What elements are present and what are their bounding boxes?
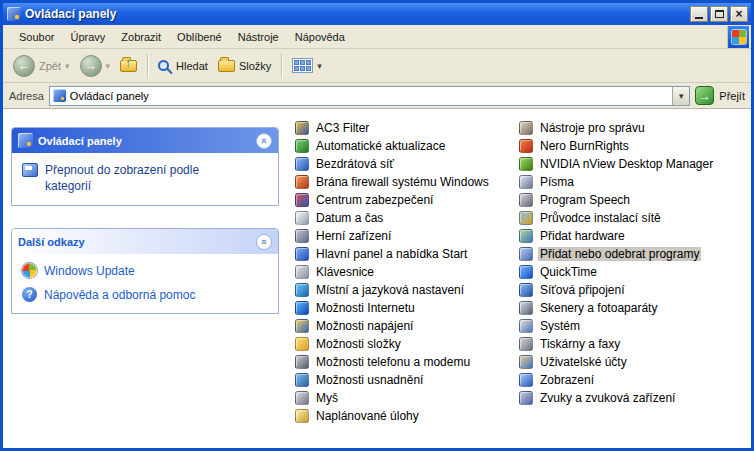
control-panel-item[interactable]: Skenery a fotoaparáty: [519, 299, 715, 317]
title-bar[interactable]: Ovládací panely ×: [3, 3, 751, 25]
back-button[interactable]: ← Zpět ▾: [9, 53, 74, 79]
forward-dropdown-icon[interactable]: ▾: [106, 61, 111, 71]
control-panel-item[interactable]: Bezdrátová síť: [295, 155, 491, 173]
go-label[interactable]: Přejít: [719, 90, 745, 102]
control-panel-item[interactable]: Nero BurnRights: [519, 137, 715, 155]
control-panel-item[interactable]: Možnosti složky: [295, 335, 491, 353]
keyboard-icon: [295, 265, 309, 279]
back-dropdown-icon[interactable]: ▾: [65, 61, 70, 71]
control-panel-item[interactable]: Herní zařízení: [295, 227, 491, 245]
menu-favorites[interactable]: Oblíbené: [169, 28, 230, 46]
forward-button[interactable]: → ▾: [76, 53, 115, 79]
control-panel-item[interactable]: Datum a čas: [295, 209, 491, 227]
views-dropdown-icon[interactable]: ▾: [317, 61, 322, 71]
search-button[interactable]: Hledat: [154, 58, 212, 74]
back-arrow-icon: ←: [13, 55, 35, 77]
address-label: Adresa: [9, 90, 44, 102]
control-panel-item-label: Místní a jazyková nastavení: [314, 283, 466, 297]
control-panel-item[interactable]: Možnosti usnadnění: [295, 371, 491, 389]
control-panel-item[interactable]: Zvuky a zvuková zařízení: [519, 389, 715, 407]
minimize-button[interactable]: [690, 6, 708, 22]
control-panel-item[interactable]: Myš: [295, 389, 491, 407]
control-panel-item[interactable]: Brána firewall systému Windows: [295, 173, 491, 191]
control-panel-item[interactable]: Přidat hardware: [519, 227, 715, 245]
control-panel-item[interactable]: Naplánované úlohy: [295, 407, 491, 425]
control-panel-item-label: Přidat nebo odebrat programy: [538, 247, 701, 261]
regional-language-icon: [295, 283, 309, 297]
ac3-filter-icon: [295, 121, 309, 135]
window-buttons: ×: [690, 6, 748, 22]
switch-view-icon: [22, 163, 38, 177]
control-panel-item[interactable]: Možnosti telefonu a modemu: [295, 353, 491, 371]
control-panel-item-label: Zobrazení: [538, 373, 596, 387]
control-panel-item[interactable]: NVIDIA nView Desktop Manager: [519, 155, 715, 173]
control-panel-pane-body: Přepnout do zobrazení podle kategorií: [12, 153, 278, 205]
views-button[interactable]: ▾: [288, 56, 326, 75]
control-panel-item-label: Herní zařízení: [314, 229, 393, 243]
control-panel-item-label: Datum a čas: [314, 211, 385, 225]
toolbar-separator: [147, 54, 148, 78]
system-icon: [519, 319, 533, 333]
menu-help[interactable]: Nápověda: [287, 28, 353, 46]
control-panel-item[interactable]: Klávesnice: [295, 263, 491, 281]
nero-burnrights-icon: [519, 139, 533, 153]
control-panel-item[interactable]: QuickTime: [519, 263, 715, 281]
control-panel-item[interactable]: Hlavní panel a nabídka Start: [295, 245, 491, 263]
control-panel-item-label: QuickTime: [538, 265, 599, 279]
control-panel-item[interactable]: Možnosti Internetu: [295, 299, 491, 317]
network-connections-icon: [519, 283, 533, 297]
control-panel-item[interactable]: Průvodce instalací sítě: [519, 209, 715, 227]
control-panel-item[interactable]: AC3 Filter: [295, 119, 491, 137]
control-panel-item[interactable]: Nástroje pro správu: [519, 119, 715, 137]
menu-file[interactable]: Soubor: [11, 28, 62, 46]
control-panel-item-label: Průvodce instalací sítě: [538, 211, 663, 225]
up-button[interactable]: ↑: [116, 58, 141, 74]
toolbar-separator: [281, 54, 282, 78]
control-panel-item[interactable]: Uživatelské účty: [519, 353, 715, 371]
see-also-pane: Další odkazy » Windows Update ? Nápověda…: [11, 228, 279, 314]
maximize-button[interactable]: [710, 6, 728, 22]
control-panel-item[interactable]: Automatické aktualizace: [295, 137, 491, 155]
program-speech-icon: [519, 193, 533, 207]
go-button[interactable]: →: [695, 86, 714, 105]
control-panel-item[interactable]: Centrum zabezpečení: [295, 191, 491, 209]
control-panel-item[interactable]: Program Speech: [519, 191, 715, 209]
control-panel-item[interactable]: Tiskárny a faxy: [519, 335, 715, 353]
control-panel-item-label: Zvuky a zvuková zařízení: [538, 391, 677, 405]
collapse-chevron-icon[interactable]: »: [256, 234, 272, 250]
menu-tools[interactable]: Nástroje: [230, 28, 287, 46]
windows-logo-icon: [732, 30, 746, 44]
see-also-pane-header[interactable]: Další odkazy »: [12, 229, 278, 254]
close-button[interactable]: ×: [730, 6, 748, 22]
control-panel-pane-header[interactable]: Ovládací panely »: [12, 128, 278, 153]
scanners-cameras-icon: [519, 301, 533, 315]
user-accounts-icon: [519, 355, 533, 369]
control-panel-item[interactable]: Přidat nebo odebrat programy: [519, 245, 715, 263]
control-panel-item[interactable]: Místní a jazyková nastavení: [295, 281, 491, 299]
sounds-audio-icon: [519, 391, 533, 405]
windows-logo-panel: [727, 26, 749, 48]
fonts-icon: [519, 175, 533, 189]
menu-view[interactable]: Zobrazit: [113, 28, 169, 46]
control-panel-item[interactable]: Možnosti napájení: [295, 317, 491, 335]
address-dropdown-button[interactable]: ▾: [672, 87, 689, 105]
control-panel-item-label: Myš: [314, 391, 340, 405]
internet-options-icon: [295, 301, 309, 315]
address-input[interactable]: Ovládací panely ▾: [49, 86, 690, 106]
control-panel-item[interactable]: Zobrazení: [519, 371, 715, 389]
control-panel-item[interactable]: Síťová připojení: [519, 281, 715, 299]
help-support-link[interactable]: ? Nápověda a odborná pomoc: [22, 287, 270, 302]
switch-to-category-view-link[interactable]: Přepnout do zobrazení podle kategorií: [22, 162, 270, 194]
control-panel-item-label: Skenery a fotoaparáty: [538, 301, 659, 315]
control-panel-item[interactable]: Systém: [519, 317, 715, 335]
menu-edit[interactable]: Úpravy: [62, 28, 113, 46]
game-controllers-icon: [295, 229, 309, 243]
content-area: Ovládací panely » Přepnout do zobrazení …: [3, 109, 751, 448]
date-time-icon: [295, 211, 309, 225]
collapse-chevron-icon[interactable]: »: [256, 133, 272, 149]
wireless-network-icon: [295, 157, 309, 171]
control-panel-item[interactable]: Písma: [519, 173, 715, 191]
windows-update-link[interactable]: Windows Update: [22, 263, 270, 278]
forward-arrow-icon: →: [80, 55, 102, 77]
folders-button[interactable]: Složky: [214, 58, 275, 74]
